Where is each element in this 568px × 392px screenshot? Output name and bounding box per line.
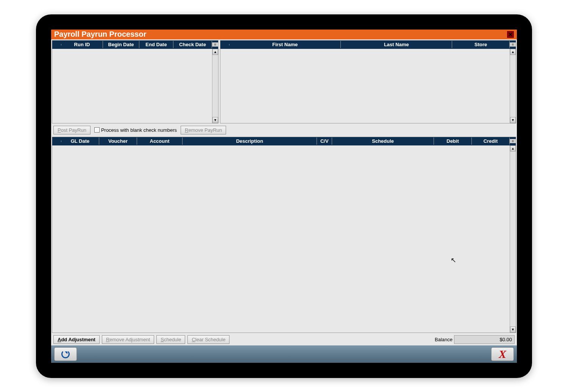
- tablet-frame: Payroll Payrun Processor ✕ Run ID Begin …: [36, 14, 532, 378]
- col-credit[interactable]: Credit: [472, 137, 510, 145]
- scroll-track[interactable]: [510, 55, 516, 117]
- scroll-down-icon[interactable]: ▼: [212, 117, 218, 123]
- scrollbar[interactable]: ▲ ▼: [510, 49, 516, 123]
- scroll-down-icon[interactable]: ▼: [510, 326, 516, 333]
- payrun-list-panel: Run ID Begin Date End Date Check Date ≡ …: [52, 40, 218, 123]
- add-adjustment-button[interactable]: Add Adjustment: [53, 335, 100, 344]
- scroll-track[interactable]: [212, 55, 218, 117]
- bottom-toolbar: Add Adjustment Remove Adjustment Schedul…: [51, 334, 517, 345]
- post-payrun-label: ost PayRun: [61, 127, 86, 133]
- upper-panels: Run ID Begin Date End Date Check Date ≡ …: [51, 39, 517, 124]
- remove-adjustment-label: emove Adjustment: [109, 337, 150, 342]
- remove-payrun-button[interactable]: Remove PayRun: [181, 126, 226, 134]
- col-schedule[interactable]: Schedule: [332, 137, 434, 145]
- remove-payrun-label: emove PayRun: [188, 127, 222, 133]
- row-selector-col: [220, 44, 229, 45]
- col-debit[interactable]: Debit: [434, 137, 472, 145]
- gl-table-body: ▲ ▼: [52, 145, 516, 333]
- col-run-id[interactable]: Run ID: [61, 41, 103, 48]
- add-adjustment-label: dd Adjustment: [61, 337, 95, 342]
- title-bar: Payroll Payrun Processor ✕: [51, 30, 517, 39]
- close-icon: X: [499, 348, 506, 361]
- col-check-date[interactable]: Check Date: [173, 41, 212, 48]
- col-last-name[interactable]: Last Name: [341, 41, 452, 48]
- scroll-up-icon[interactable]: ▲: [212, 49, 218, 55]
- window-title: Payroll Payrun Processor: [54, 30, 146, 39]
- row-selector-col: [52, 141, 61, 142]
- col-first-name[interactable]: First Name: [229, 41, 341, 48]
- post-payrun-button[interactable]: Post PayRun: [53, 126, 91, 134]
- employee-table-body: ▲ ▼: [220, 49, 516, 123]
- employee-list-panel: First Name Last Name Store ≡ ▲ ▼: [220, 40, 516, 123]
- payrun-table-content[interactable]: [52, 49, 212, 123]
- window-close-button[interactable]: ✕: [507, 31, 514, 38]
- app-window: Payroll Payrun Processor ✕ Run ID Begin …: [51, 30, 517, 363]
- clear-schedule-button[interactable]: Clear Schedule: [187, 335, 229, 344]
- gl-table-header: GL Date Voucher Account Description C/V …: [52, 137, 516, 145]
- scrollbar[interactable]: ▲ ▼: [212, 49, 218, 123]
- clear-schedule-label: lear Schedule: [195, 337, 226, 342]
- scroll-up-icon[interactable]: ▲: [510, 145, 516, 151]
- table-menu-icon[interactable]: ≡: [510, 42, 516, 47]
- process-blank-checkbox-wrap: Process with blank check numbers: [94, 127, 177, 133]
- col-gl-date[interactable]: GL Date: [61, 137, 99, 145]
- process-blank-checkbox[interactable]: [94, 127, 100, 133]
- payrun-table-header: Run ID Begin Date End Date Check Date ≡: [52, 41, 218, 49]
- col-end-date[interactable]: End Date: [139, 41, 173, 48]
- remove-adjustment-button[interactable]: Remove Adjustment: [102, 335, 154, 344]
- refresh-icon: [61, 350, 70, 358]
- exit-button[interactable]: X: [491, 347, 514, 361]
- table-menu-icon[interactable]: ≡: [212, 42, 218, 47]
- employee-table-header: First Name Last Name Store ≡: [220, 41, 516, 49]
- footer-bar: X: [51, 345, 517, 363]
- gl-table-content[interactable]: [52, 145, 510, 333]
- gl-entries-panel: GL Date Voucher Account Description C/V …: [52, 137, 516, 333]
- scroll-down-icon[interactable]: ▼: [510, 117, 516, 123]
- table-menu-icon[interactable]: ≡: [510, 139, 516, 143]
- balance-wrap: Balance $0.00: [435, 335, 515, 344]
- col-voucher[interactable]: Voucher: [99, 137, 137, 145]
- col-cv[interactable]: C/V: [317, 137, 332, 145]
- schedule-button[interactable]: Schedule: [156, 335, 185, 344]
- mid-toolbar: Post PayRun Process with blank check num…: [51, 124, 517, 136]
- balance-label: Balance: [435, 337, 453, 342]
- payrun-table-body: ▲ ▼: [52, 49, 218, 123]
- schedule-label: chedule: [164, 337, 181, 342]
- process-blank-label: Process with blank check numbers: [101, 127, 177, 133]
- col-begin-date[interactable]: Begin Date: [103, 41, 139, 48]
- col-description[interactable]: Description: [183, 137, 317, 145]
- row-selector-col: [52, 44, 61, 45]
- scrollbar[interactable]: ▲ ▼: [510, 145, 516, 333]
- scroll-track[interactable]: [510, 151, 516, 326]
- refresh-button[interactable]: [54, 347, 77, 361]
- scroll-up-icon[interactable]: ▲: [510, 49, 516, 55]
- employee-table-content[interactable]: [220, 49, 510, 123]
- col-store[interactable]: Store: [452, 41, 510, 48]
- balance-field: $0.00: [454, 335, 515, 344]
- col-account[interactable]: Account: [137, 137, 183, 145]
